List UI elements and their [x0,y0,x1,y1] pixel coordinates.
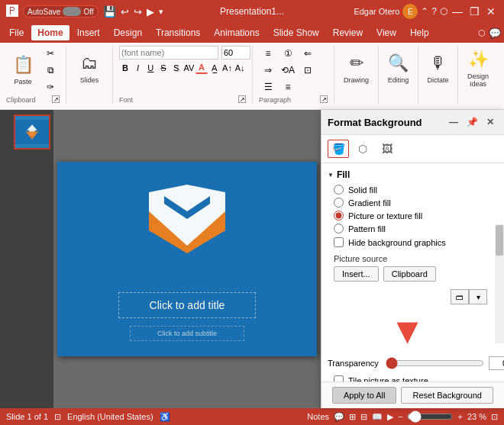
hide-bg-option[interactable]: Hide background graphics [321,235,493,250]
design-ideas-button[interactable]: ✨ Design Ideas [461,46,495,92]
panel-close-button[interactable]: ✕ [483,114,498,130]
font-color-button[interactable]: A [195,62,208,74]
menu-file[interactable]: File [3,25,30,40]
align-text-button[interactable]: ⊡ [299,63,317,78]
solid-fill-radio[interactable] [334,185,344,195]
gradient-fill-option[interactable]: Gradient fill [321,196,493,209]
view-slideshow-icon[interactable]: ▶ [387,412,393,422]
menu-insert[interactable]: Insert [71,25,106,40]
present-icon[interactable]: ▶ [147,6,154,18]
accessibility-icon[interactable]: ♿ [160,412,170,422]
tile-checkbox[interactable] [334,375,344,382]
panel-tab-shape[interactable]: ⬡ [352,140,373,158]
menu-home[interactable]: Home [31,25,69,40]
menu-view[interactable]: View [370,25,402,40]
redo-icon[interactable]: ↪ [134,6,142,18]
insert-button[interactable]: Insert... [334,266,379,282]
zoom-out-button[interactable]: − [398,412,402,421]
close-button[interactable]: ✕ [484,5,498,18]
drawing-button[interactable]: ✏ Drawing [340,46,373,92]
zoom-slider[interactable] [407,411,453,423]
clipboard-button[interactable]: Clipboard [383,266,436,282]
ribbon-share-btn[interactable]: ⬡ [478,28,486,38]
paragraph-expand[interactable]: ↗ [320,95,328,103]
customize-icon[interactable]: ▾ [159,7,163,17]
panel-tab-fill[interactable]: 🪣 [328,140,349,158]
indent-less-button[interactable]: ⇐ [299,46,317,61]
fit-slide-button[interactable]: ⊡ [491,412,498,422]
view-slide-sorter-icon[interactable]: ⊟ [360,412,367,422]
font-name-input[interactable] [119,46,218,60]
bullets-button[interactable]: ≡ [259,46,277,61]
notes-button[interactable]: Notes [307,412,329,421]
gradient-fill-radio[interactable] [334,198,344,208]
slides-button[interactable]: 🗂 Slides [73,46,106,92]
underline-button[interactable]: U [144,62,157,74]
reset-background-button[interactable]: Reset Background [401,387,493,404]
zoom-in-button[interactable]: + [457,412,462,421]
save-icon[interactable]: 💾 [103,5,116,18]
editing-button[interactable]: 🔍 Editing [382,46,415,92]
slide-subtitle-placeholder[interactable]: Click to add subtitle [130,326,244,341]
comments-icon[interactable]: 💬 [334,412,344,422]
menu-help[interactable]: Help [404,25,435,40]
minimize-button[interactable]: — [451,5,464,18]
tile-picture-option[interactable]: Tile picture as texture [321,373,493,382]
format-painter-button[interactable]: ✑ [41,79,60,95]
decrease-font-button[interactable]: A↓ [234,62,246,74]
font-expand[interactable]: ↗ [238,95,246,103]
highlight-color-button[interactable]: A̲ [208,62,221,74]
panel-collapse-button[interactable]: — [446,114,461,130]
status-icon-fit[interactable]: ⊡ [54,412,61,422]
ribbon-collapse-icon[interactable]: ⌃ [421,6,428,17]
view-normal-icon[interactable]: ⊞ [349,412,356,422]
shadow-button[interactable]: S [170,62,183,74]
fill-section-header[interactable]: ▼ Fill [321,166,493,183]
clipboard-expand[interactable]: ↗ [52,95,60,103]
texture-dropdown[interactable]: ▾ [469,289,487,304]
menu-slideshow[interactable]: Slide Show [267,25,325,40]
view-reading-icon[interactable]: 📖 [372,412,383,422]
share-icon[interactable]: ⬡ [440,6,447,17]
char-spacing-button[interactable]: AV [183,62,195,74]
undo-icon[interactable]: ↩ [121,6,129,18]
indent-more-button[interactable]: ⇒ [259,63,277,78]
hide-bg-checkbox[interactable] [334,237,344,247]
columns-button[interactable]: ☰ [259,79,277,95]
align-left-button[interactable]: ≡ [279,79,297,95]
menu-animations[interactable]: Animations [208,25,265,40]
scroll-thumb[interactable] [496,225,503,256]
cut-button[interactable]: ✂ [41,46,60,61]
slide-thumbnail[interactable] [14,114,50,150]
slide-canvas[interactable]: Click to add title Click to add subtitle [57,162,317,356]
picture-fill-radio[interactable] [334,211,344,221]
menu-transitions[interactable]: Transitions [150,25,206,40]
strikethrough-button[interactable]: S [157,62,170,74]
paste-button[interactable]: 📋 Paste [6,47,40,93]
panel-scrollbar[interactable] [495,224,504,343]
picture-fill-option[interactable]: Picture or texture fill [321,209,493,222]
pattern-fill-option[interactable]: Pattern fill [321,222,493,235]
menu-review[interactable]: Review [327,25,369,40]
ribbon-comment-btn[interactable]: 💬 [489,27,501,39]
font-size-input[interactable] [221,46,250,60]
solid-fill-option[interactable]: Solid fill [321,183,493,196]
italic-button[interactable]: I [132,62,144,74]
copy-button[interactable]: ⧉ [41,63,60,78]
autosave-toggle[interactable] [63,7,81,16]
text-direction-button[interactable]: ⟲A [279,63,297,78]
menu-design[interactable]: Design [108,25,148,40]
increase-font-button[interactable]: A↑ [221,62,234,74]
texture-button[interactable]: 🗃 [451,289,469,304]
help-icon[interactable]: ? [431,6,437,17]
transparency-slider[interactable] [386,357,484,369]
apply-to-all-button[interactable]: Apply to All [332,387,396,404]
slide-title-placeholder[interactable]: Click to add title [118,292,256,318]
maximize-button[interactable]: ❒ [467,5,481,18]
bold-button[interactable]: B [119,62,131,74]
panel-pin-button[interactable]: 📌 [464,114,480,130]
numbering-button[interactable]: ① [279,46,297,61]
panel-tab-image[interactable]: 🖼 [376,140,398,158]
transparency-value-input[interactable] [489,356,504,370]
dictate-button[interactable]: 🎙 Dictate [422,46,455,92]
